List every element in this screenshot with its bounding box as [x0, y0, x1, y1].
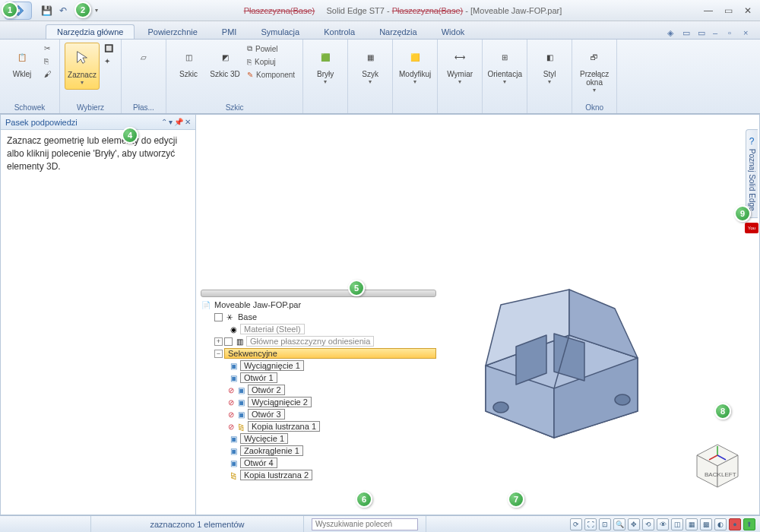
pf-root[interactable]: 📄 Moveable Jaw-FOP.par	[201, 299, 436, 311]
window-icon[interactable]: ▭	[682, 28, 695, 39]
help-icon[interactable]: ◈	[667, 28, 679, 39]
undo-icon[interactable]: ↶	[56, 4, 70, 17]
feature-icon: ▣	[228, 361, 239, 370]
refresh-icon[interactable]: ⟳	[570, 518, 582, 530]
collapse-icon[interactable]: −	[214, 350, 223, 358]
group-label	[308, 102, 343, 113]
close-button[interactable]: ✕	[740, 5, 755, 16]
pf-feature[interactable]: ▣Wyciągnięcie 1	[201, 359, 436, 372]
shade-icon[interactable]: ◐	[714, 518, 727, 530]
pf-feature[interactable]: ▣Wycięcie 1	[201, 432, 436, 445]
view2-icon[interactable]: ▦	[686, 518, 698, 530]
pf-sequential[interactable]: − Sekwencyjne	[201, 347, 436, 359]
doc-close-icon[interactable]: ×	[743, 28, 755, 39]
zoom-fit-icon[interactable]: ⊡	[599, 518, 611, 530]
ribbon-group-orient: ⊞Orientacja▾	[483, 40, 527, 113]
ribbon-group-solids: 🟩Bryły▾	[303, 40, 348, 113]
format-icon: 🖌	[44, 70, 52, 78]
view3-icon[interactable]: ▩	[700, 518, 712, 530]
look-icon[interactable]: 👁	[657, 518, 669, 530]
graphics-view[interactable]: 📄 Moveable Jaw-FOP.par ⚹ Base ◉ Materiał…	[196, 114, 760, 515]
checkbox-icon[interactable]	[214, 313, 223, 321]
checkbox-icon[interactable]	[224, 337, 233, 346]
ribbon-group-clipboard: 📋 Wklej ✂ ⎘ 🖌 Schowek	[0, 40, 60, 113]
modify-button[interactable]: 🟨Modyfikuj▾	[397, 43, 432, 88]
model-3d	[455, 274, 653, 442]
select-button[interactable]: Zaznacz ▾	[65, 43, 100, 90]
zoom-icon[interactable]: 🔍	[613, 518, 625, 530]
tab-widok[interactable]: Widok	[430, 24, 477, 39]
pf-feature[interactable]: ⊘⧎Kopia lustrzana 1	[201, 420, 436, 432]
ribbon: 📋 Wklej ✂ ⎘ 🖌 Schowek Zaznacz ▾ 🔲 ✦ Wybi…	[0, 40, 760, 114]
style-button[interactable]: ◧Styl▾	[532, 43, 567, 88]
maximize-button[interactable]: ▭	[720, 5, 736, 16]
youtube-icon[interactable]: You	[745, 223, 758, 233]
suppressed-icon: ⊘	[228, 398, 234, 407]
pin-icon[interactable]: 📌	[174, 118, 183, 126]
pf-feature[interactable]: ▣Zaokrąglenie 1	[201, 445, 436, 457]
record-icon[interactable]: ●	[729, 518, 741, 530]
pan-icon[interactable]: ✥	[628, 518, 640, 530]
doc-minimize-icon[interactable]: –	[713, 28, 725, 39]
pf-refplanes[interactable]: + ▥ Główne płaszczyzny odniesienia	[201, 335, 436, 347]
collapse-icon[interactable]: ⌃	[161, 118, 167, 126]
solids-button[interactable]: 🟩Bryły▾	[308, 43, 343, 88]
pattern-icon: ▦	[359, 46, 382, 68]
komponent-button[interactable]: ✎Komponent	[244, 69, 298, 81]
doc-restore-icon[interactable]: ▫	[728, 28, 740, 39]
powiel-button[interactable]: ⧉Powiel	[244, 43, 298, 55]
select-opt1[interactable]: 🔲	[101, 43, 116, 54]
pf-feature[interactable]: ▣Otwór 4	[201, 457, 436, 469]
orient-button[interactable]: ⊞Orientacja▾	[487, 43, 522, 88]
select-opt2[interactable]: ✦	[101, 55, 116, 67]
tab-narzędzia-główne[interactable]: Narzędzia główne	[46, 24, 135, 39]
hint-panel-header[interactable]: Pasek podpowiedzi ⌃ ▾ 📌 ✕	[1, 115, 195, 130]
view-cube[interactable]: BACK LEFT	[691, 439, 744, 492]
pattern-button[interactable]: ▦Szyk▾	[353, 43, 388, 88]
hint-title: Pasek podpowiedzi	[5, 118, 78, 127]
learn-tab[interactable]: ? Poznaj Solid Edge	[746, 129, 758, 218]
switch-windows-button[interactable]: 🗗Przełącz okna▾	[577, 43, 612, 97]
paste-button[interactable]: 📋 Wklej	[5, 43, 40, 81]
pf-base[interactable]: ⚹ Base	[201, 311, 436, 323]
feature-icon: ▣	[236, 385, 246, 394]
command-search-input[interactable]	[312, 518, 418, 530]
rotate-icon[interactable]: ⟲	[642, 518, 654, 530]
tab-narzędzia[interactable]: Narzędzia	[368, 24, 429, 39]
feature-icon: ▣	[228, 434, 239, 443]
pathfinder-grip[interactable]	[201, 290, 436, 297]
play-icon[interactable]: ⬆	[743, 518, 755, 530]
expand-icon[interactable]: +	[214, 337, 223, 346]
dimension-button[interactable]: ⟷Wymiar▾	[442, 43, 477, 88]
close-panel-icon[interactable]: ✕	[185, 118, 191, 126]
ribbon-group-style: ◧Styl▾	[527, 40, 572, 113]
save-icon[interactable]: 💾	[40, 4, 53, 17]
view1-icon[interactable]: ◫	[671, 518, 683, 530]
modify-icon: 🟨	[404, 46, 426, 68]
copy-button[interactable]: ⎘	[41, 55, 55, 67]
plane-button[interactable]: ▱	[126, 43, 161, 73]
sketch-button[interactable]: ◫ Szkic	[171, 43, 206, 81]
options-icon[interactable]: ▾	[169, 118, 173, 126]
kopiuj-button[interactable]: ⎘Kopiuj	[244, 56, 298, 68]
tab-powierzchnie[interactable]: Powierzchnie	[136, 24, 208, 39]
qat-dropdown-icon[interactable]: ▾	[90, 4, 103, 17]
cursor-icon	[71, 46, 93, 69]
callout-2: 2	[74, 2, 91, 18]
cut-button[interactable]: ✂	[41, 43, 55, 54]
tab-symulacja[interactable]: Symulacja	[249, 24, 311, 39]
tab-pmi[interactable]: PMI	[211, 24, 249, 39]
pf-feature[interactable]: ▣Otwór 1	[201, 372, 436, 384]
format-button[interactable]: 🖌	[41, 68, 55, 80]
pf-feature[interactable]: ⊘▣Otwór 3	[201, 408, 436, 420]
sketch3d-button[interactable]: ◩ Szkic 3D	[207, 43, 242, 81]
pf-material[interactable]: ◉ Materiał (Steel)	[201, 323, 436, 335]
zoom-area-icon[interactable]: ⛶	[584, 518, 597, 530]
tab-kontrola[interactable]: Kontrola	[312, 24, 366, 39]
cascade-icon[interactable]: ▭	[698, 28, 710, 39]
status-left	[0, 516, 91, 532]
pf-feature[interactable]: ⧎Kopia lustrzana 2	[201, 469, 436, 481]
pf-feature[interactable]: ⊘▣Otwór 2	[201, 384, 436, 396]
pf-feature[interactable]: ⊘▣Wyciągnięcie 2	[201, 396, 436, 408]
minimize-button[interactable]: —	[701, 5, 716, 16]
